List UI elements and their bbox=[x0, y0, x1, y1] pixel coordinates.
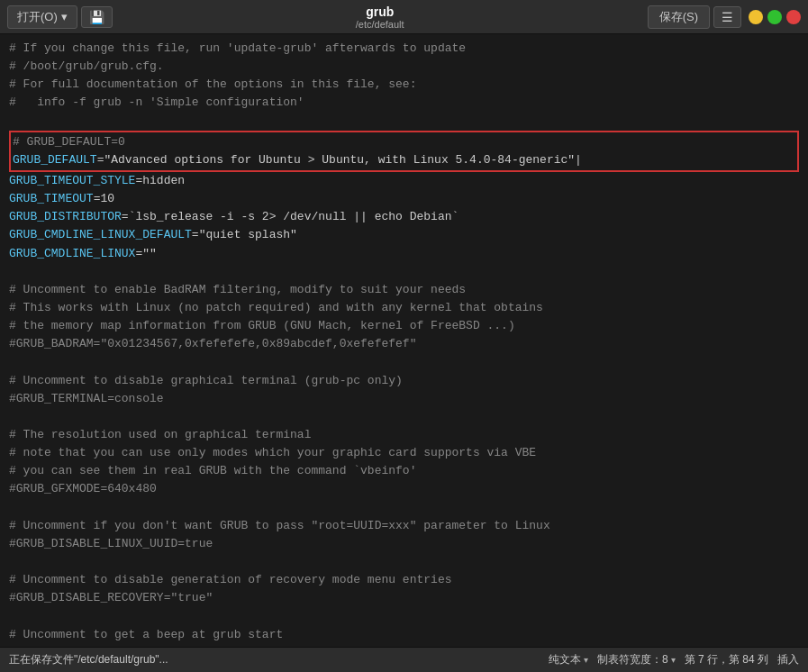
statusbar-right: 纯文本 ▾ 制表符宽度：8 ▾ 第 7 行，第 84 列 插入 bbox=[549, 652, 799, 667]
title-path: /etc/default bbox=[113, 19, 648, 30]
line-28: #GRUB_DISABLE_LINUX_UUID=true bbox=[9, 537, 213, 550]
line-4: # info -f grub -n 'Simple configuration' bbox=[9, 95, 304, 109]
line-27: # Uncomment if you don't want GRUB to pa… bbox=[9, 519, 550, 532]
maximize-button[interactable] bbox=[767, 10, 782, 24]
selection-box: # GRUB_DEFAULT=0 GRUB_DEFAULT="Advanced … bbox=[9, 131, 799, 172]
mode-label: 插入 bbox=[777, 652, 799, 667]
line-19: # Uncomment to disable graphical termina… bbox=[9, 374, 403, 387]
open-label: 打开(O) bbox=[17, 9, 58, 25]
line-15: # This works with Linux (no patch requir… bbox=[9, 301, 543, 314]
titlebar-right: 保存(S) ☰ bbox=[648, 5, 801, 29]
line-17: #GRUB_BADRAM="0x01234567,0xfefefefe,0x89… bbox=[9, 337, 416, 350]
titlebar: 打开(O) ▾ 💾 grub /etc/default 保存(S) ☰ bbox=[0, 0, 808, 34]
line-22: # The resolution used on graphical termi… bbox=[9, 428, 311, 441]
line-20: #GRUB_TERMINAL=console bbox=[9, 392, 164, 405]
line-7: GRUB_DEFAULT="Advanced options for Ubunt… bbox=[13, 153, 582, 167]
line-30: # Uncomment to disable generation of rec… bbox=[9, 573, 451, 586]
line-1: # If you change this file, run 'update-g… bbox=[9, 41, 466, 55]
position-label: 第 7 行，第 84 列 bbox=[685, 652, 768, 667]
format-selector[interactable]: 纯文本 ▾ bbox=[549, 652, 588, 667]
titlebar-left: 打开(O) ▾ 💾 bbox=[7, 5, 113, 29]
line-14: # Uncomment to enable BadRAM filtering, … bbox=[9, 283, 466, 296]
open-menu-button[interactable]: 打开(O) ▾ bbox=[7, 5, 77, 29]
line-12: GRUB_CMDLINE_LINUX="" bbox=[9, 247, 157, 260]
hamburger-menu-button[interactable]: ☰ bbox=[713, 6, 741, 28]
titlebar-center: grub /etc/default bbox=[113, 5, 648, 30]
format-label: 纯文本 bbox=[549, 652, 581, 667]
saving-label: 正在保存文件"/etc/default/grub"... bbox=[9, 653, 168, 666]
line-33: # Uncomment to get a beep at grub start bbox=[9, 628, 283, 641]
minimize-button[interactable] bbox=[749, 10, 763, 24]
line-23: # note that you can use only modes which… bbox=[9, 446, 536, 459]
title-filename: grub bbox=[113, 5, 648, 19]
open-arrow: ▾ bbox=[61, 10, 68, 23]
line-31: #GRUB_DISABLE_RECOVERY="true" bbox=[9, 591, 213, 604]
line-8: GRUB_TIMEOUT_STYLE=hidden bbox=[9, 174, 185, 187]
insert-mode: 插入 bbox=[777, 652, 799, 667]
line-3: # For full documentation of the options … bbox=[9, 77, 416, 91]
save-button[interactable]: 保存(S) bbox=[648, 5, 710, 29]
line-6: # GRUB_DEFAULT=0 bbox=[13, 135, 125, 149]
save-icon-button[interactable]: 💾 bbox=[81, 6, 113, 28]
line-24: # you can see them in real GRUB with the… bbox=[9, 464, 416, 477]
line-11: GRUB_CMDLINE_LINUX_DEFAULT="quiet splash… bbox=[9, 228, 297, 241]
editor-area[interactable]: # If you change this file, run 'update-g… bbox=[0, 34, 808, 647]
window-controls bbox=[749, 10, 801, 24]
line-2: # /boot/grub/grub.cfg. bbox=[9, 59, 164, 73]
format-dropdown-arrow: ▾ bbox=[584, 655, 588, 665]
line-16: # the memory map information from GRUB (… bbox=[9, 319, 515, 332]
tab-width-selector[interactable]: 制表符宽度：8 ▾ bbox=[597, 652, 676, 667]
status-saving-text: 正在保存文件"/etc/default/grub"... bbox=[9, 652, 540, 667]
line-25: #GRUB_GFXMODE=640x480 bbox=[9, 482, 157, 495]
cursor-position: 第 7 行，第 84 列 bbox=[685, 652, 768, 667]
statusbar: 正在保存文件"/etc/default/grub"... 纯文本 ▾ 制表符宽度… bbox=[0, 647, 808, 672]
tab-dropdown-arrow: ▾ bbox=[671, 655, 676, 665]
line-10: GRUB_DISTRIBUTOR=`lsb_release -i -s 2> /… bbox=[9, 210, 458, 223]
tab-label: 制表符宽度：8 bbox=[597, 652, 668, 667]
close-button[interactable] bbox=[786, 10, 801, 24]
line-9: GRUB_TIMEOUT=10 bbox=[9, 192, 114, 205]
